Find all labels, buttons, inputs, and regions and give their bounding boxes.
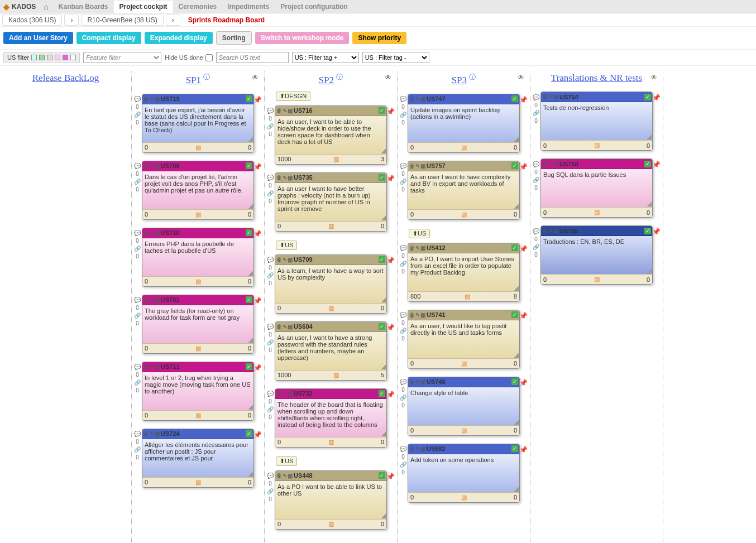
calendar-icon[interactable]: ▦ [420,312,425,318]
check-icon[interactable]: ✓ [511,244,518,251]
calendar-icon[interactable]: ▦ [155,96,160,102]
edit-icon[interactable]: ✎ [283,108,287,114]
edit-icon[interactable]: ✎ [283,391,287,397]
calendar-icon[interactable]: ▦ [155,230,160,236]
check-icon[interactable]: ✓ [246,363,252,370]
card-US757[interactable]: 💬0🔗0📌🗑✎▦US757✓As an user I want to have … [400,161,528,220]
breadcrumb-release[interactable]: R10-GreenBee (38 US) [81,15,163,26]
comment-icon[interactable]: 💬 [267,324,274,330]
edit-icon[interactable]: ✎ [150,431,154,437]
edit-icon[interactable]: ✎ [283,324,287,330]
rss-icon[interactable]: ▧ [195,412,201,419]
card-US708[interactable]: 💬0🔗0📌🗑✎▦US708✓Dans le cas d'un projet li… [134,161,262,220]
trash-icon[interactable]: 🗑 [276,257,282,263]
swatch-6[interactable] [70,55,76,60]
link-icon[interactable]: 🔗 [400,112,406,118]
comment-icon[interactable]: 💬 [134,364,141,371]
info-icon[interactable]: ⓘ [336,73,343,81]
edit-icon[interactable]: ✎ [548,161,553,167]
pin-icon[interactable]: 📌 [519,379,528,387]
sorting-button[interactable]: Sorting [216,31,252,45]
edit-icon[interactable]: ✎ [548,94,553,100]
pin-icon[interactable]: 📌 [386,473,395,480]
edit-icon[interactable]: ✎ [415,379,420,385]
card-US711[interactable]: 💬0🔗0📌🗑✎▦US711✓In level 1 or 2, bug when … [134,362,262,421]
card-US710[interactable]: 💬0🔗0📌🗑✎▦US710✓Erreurs PHP dans la poubel… [134,228,262,287]
link-icon[interactable]: 🔗 [267,123,274,130]
link-icon[interactable]: 🔗 [400,179,406,185]
edit-icon[interactable]: ✎ [150,297,154,303]
link-icon[interactable]: 🔗 [267,488,274,495]
edit-icon[interactable]: ✎ [415,96,420,102]
home-icon[interactable]: ⌂ [39,2,52,11]
card-US735[interactable]: 💬0🔗0📌🗑✎▦US735✓As an user I want to have … [267,172,395,232]
card-US412[interactable]: 💬0🔗0📌🗑✎▦US412✓As a PO, I want to import … [400,243,528,302]
edit-icon[interactable]: ✎ [283,257,287,263]
card[interactable]: 🗑✎▦US747✓Update images on sprint backlog… [408,94,520,153]
check-icon[interactable]: ✓ [511,95,518,102]
card[interactable]: 🗑✎▦US741✓As an user, I would like to tag… [408,310,520,369]
link-icon[interactable]: 🔗 [400,395,406,401]
link-icon[interactable]: 🔗 [533,243,539,250]
rss-icon[interactable]: ▧ [195,144,201,151]
search-us-input[interactable] [216,52,289,63]
card[interactable]: 🗑✎▦US710✓Erreurs PHP dans la poubelle de… [142,228,254,287]
card-US701[interactable]: 💬0🔗0📌🗑✎▦US701✓The gray fields (for read-… [134,295,262,354]
pin-icon[interactable]: 📌 [253,230,262,238]
swatch-3[interactable] [47,55,52,60]
calendar-icon[interactable]: ▦ [155,431,160,437]
link-icon[interactable]: 🔗 [400,261,406,267]
link-icon[interactable]: 🔗 [267,339,274,346]
expanded-button[interactable]: Expanded display [145,32,213,44]
rss-icon[interactable]: ▧ [195,211,201,218]
check-icon[interactable]: ✓ [246,430,252,437]
edit-icon[interactable]: ✎ [415,312,420,318]
card[interactable]: 🗑✎▦US711✓In level 1 or 2, bug when tryin… [142,362,254,421]
rss-icon[interactable]: ▧ [461,144,467,151]
comment-icon[interactable]: 💬 [400,446,406,453]
comment-icon[interactable]: 💬 [134,163,141,170]
pin-icon[interactable]: 📌 [253,96,262,104]
feature-filter-select[interactable]: Feature filter [83,52,161,63]
rss-icon[interactable]: ▧ [594,142,600,149]
comment-icon[interactable]: 💬 [134,297,141,304]
card[interactable]: 🗑✎▦US754✓Tests de non-regression0▧0 [540,92,653,151]
trash-icon[interactable]: 🗑 [143,297,149,303]
edit-icon[interactable]: ✎ [415,163,420,169]
calendar-icon[interactable]: ▦ [420,96,425,102]
translations-link[interactable]: Translations & NR tests [551,73,642,83]
calendar-icon[interactable]: ▦ [288,324,293,330]
rss-icon[interactable]: ▧ [328,223,334,230]
link-icon[interactable]: 🔗 [134,246,141,252]
trash-icon[interactable]: 🗑 [276,108,282,114]
check-icon[interactable]: ✓ [379,472,385,479]
sp1-link[interactable]: SP1 [186,75,201,85]
calendar-icon[interactable]: ▦ [288,391,293,397]
pin-icon[interactable]: 📌 [253,431,262,439]
trash-icon[interactable]: 🗑 [276,175,282,181]
pin-icon[interactable]: 📌 [519,312,528,320]
trash-icon[interactable]: 🗑 [143,431,149,437]
check-icon[interactable]: ✓ [644,94,651,100]
trash-icon[interactable]: 🗑 [409,446,415,452]
card-US716[interactable]: 💬0🔗0📌🗑✎▦US716✓As an user, I want to be a… [267,105,395,165]
comment-icon[interactable]: 💬 [400,379,406,386]
card[interactable]: 🗑✎▦US735✓As an user I want to have bette… [275,172,387,232]
link-icon[interactable]: 🔗 [533,109,539,116]
workshop-button[interactable]: Switch to workshop mode [255,32,350,44]
edit-icon[interactable]: ✎ [150,364,154,370]
trash-icon[interactable]: 🗑 [143,163,149,169]
trash-icon[interactable]: 🗑 [409,163,415,169]
pin-icon[interactable]: 📌 [652,228,661,236]
edit-icon[interactable]: ✎ [415,245,420,251]
link-icon[interactable]: 🔗 [267,190,274,197]
check-icon[interactable]: ✓ [511,162,518,169]
calendar-icon[interactable]: ▦ [420,163,425,169]
nav-ceremonies[interactable]: Ceremonies [173,1,223,13]
trash-icon[interactable]: 🗑 [276,473,282,479]
comment-icon[interactable]: 💬 [400,96,406,103]
calendar-icon[interactable]: ▦ [553,228,558,234]
eye-icon[interactable]: 👁 [385,74,391,82]
comment-icon[interactable]: 💬 [267,108,274,114]
rss-icon[interactable]: ▧ [328,521,334,528]
